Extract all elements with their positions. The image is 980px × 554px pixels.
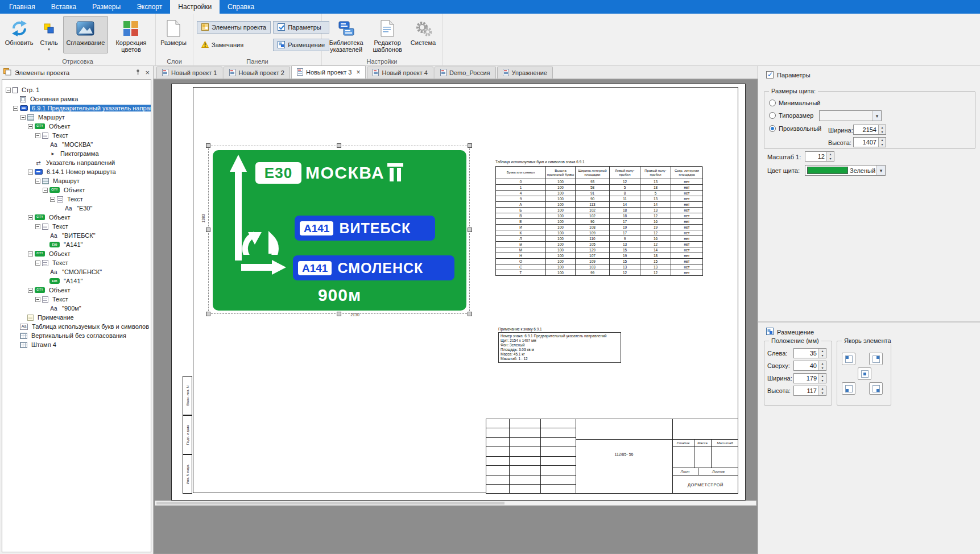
anchor-top-left-button[interactable] — [842, 353, 855, 365]
tree-expander[interactable] — [35, 224, 40, 229]
tree-expander[interactable] — [35, 261, 40, 266]
selection-handle[interactable] — [206, 143, 210, 148]
selection-handle[interactable] — [468, 143, 472, 148]
tree-item[interactable]: Текст — [2, 195, 151, 204]
title-block[interactable]: 112/85- 56 Стадия Масса Масштаб Лист Лис… — [486, 419, 738, 494]
tree-item[interactable]: ►Пиктограмма — [2, 149, 151, 158]
tree-expander[interactable] — [28, 169, 33, 175]
tree-expander[interactable] — [35, 179, 40, 184]
chevron-down-icon[interactable]: ▾ — [873, 111, 881, 121]
tree-item[interactable]: Аа"СМОЛЕНСК" — [2, 267, 151, 276]
spin-up-icon[interactable]: ▴ — [819, 386, 826, 391]
spin-down-icon[interactable]: ▾ — [819, 378, 826, 383]
spin-up-icon[interactable]: ▴ — [827, 152, 834, 156]
parameters-toggle[interactable]: Параметры — [273, 21, 329, 34]
spin-up-icon[interactable]: ▴ — [819, 349, 826, 353]
menu-item-Справка[interactable]: Справка — [220, 0, 262, 14]
road-sign[interactable]: E30 МОСКВА А141 ВИТЕБСК — [213, 150, 466, 311]
shield-width-spin[interactable]: 2154 ▴▾ — [853, 125, 886, 135]
tree-expander[interactable] — [35, 133, 40, 138]
color-correction-button[interactable]: Коррекция цветов — [110, 16, 152, 53]
shield-color-combo[interactable]: Зеленый ▾ — [805, 165, 886, 176]
tree-item[interactable]: CITYОбъект — [2, 213, 151, 222]
tree-item[interactable]: 6.9.1 Предварительный указатель направле — [2, 104, 151, 113]
close-icon[interactable]: × — [145, 69, 150, 76]
selection-handle[interactable] — [337, 143, 341, 148]
menu-item-Настройки[interactable]: Настройки — [170, 0, 220, 14]
char-table[interactable]: Буква или символВысота прописной буквыШи… — [495, 166, 702, 276]
placement-toggle[interactable]: Размещение — [273, 39, 329, 51]
tree-expander[interactable] — [35, 297, 40, 302]
tree-item[interactable]: CITYОбъект — [2, 249, 151, 258]
tree-expander[interactable] — [50, 197, 55, 202]
tree-item[interactable]: Маршрут — [2, 176, 151, 185]
tree-expander[interactable] — [28, 215, 33, 220]
sizes-button[interactable]: Размеры — [159, 16, 188, 53]
doc-tab[interactable]: Новый проект 3× — [291, 65, 366, 78]
tree-item[interactable]: Аа"ВИТЕБСК" — [2, 231, 151, 240]
spin-down-icon[interactable]: ▾ — [819, 391, 826, 395]
tree-item[interactable]: CITYОбъект — [2, 122, 151, 131]
position-field-spin[interactable]: 35▴▾ — [793, 348, 826, 358]
position-field-spin[interactable]: 117▴▾ — [793, 386, 826, 396]
tree-item[interactable]: ⇄Указатель направлений — [2, 158, 151, 167]
tree-item[interactable]: Текст — [2, 131, 151, 140]
tree-item[interactable]: Текст — [2, 295, 151, 304]
pointer-library-button[interactable]: Библиотека указателей — [325, 16, 367, 53]
tree-expander[interactable] — [28, 124, 33, 129]
tree-item[interactable]: Е95"А141" — [2, 240, 151, 249]
spin-up-icon[interactable]: ▴ — [879, 125, 886, 130]
project-elements-toggle[interactable]: Элементы проекта — [197, 21, 271, 34]
horizontal-scrollbar[interactable] — [155, 501, 756, 506]
template-editor-button[interactable]: Редактор шаблонов — [369, 16, 406, 53]
anchor-center-button[interactable] — [858, 367, 871, 380]
pin-icon[interactable] — [135, 69, 141, 76]
smoothing-toggle[interactable]: Сглаживание — [63, 16, 108, 53]
tree-item[interactable]: CITYОбъект — [2, 286, 151, 295]
tree-item[interactable]: Основная рамка — [2, 94, 151, 104]
tree-expander[interactable] — [28, 288, 33, 293]
selection-handle[interactable] — [468, 312, 472, 316]
tree-item[interactable]: АаТаблица используемых букв и символов з… — [2, 322, 151, 331]
chevron-down-icon[interactable]: ▾ — [876, 166, 885, 175]
tree-item[interactable]: Е95"А141" — [2, 276, 151, 286]
anchor-bottom-left-button[interactable] — [842, 382, 855, 395]
selection-handle[interactable] — [468, 228, 472, 232]
doc-tab[interactable]: Новый проект 1 — [156, 67, 222, 78]
position-field-spin[interactable]: 179▴▾ — [793, 373, 826, 383]
tree-expander[interactable] — [13, 106, 18, 111]
tree-item[interactable]: 6.14.1 Номер маршрута — [2, 167, 151, 176]
spin-up-icon[interactable]: ▴ — [819, 361, 826, 366]
spin-down-icon[interactable]: ▾ — [819, 366, 826, 370]
spin-up-icon[interactable]: ▴ — [879, 138, 886, 142]
spin-down-icon[interactable]: ▾ — [819, 353, 826, 358]
spin-down-icon[interactable]: ▾ — [827, 156, 834, 161]
spin-up-icon[interactable]: ▴ — [819, 374, 826, 378]
remarks-toggle[interactable]: Замечания — [197, 39, 271, 51]
refresh-button[interactable]: Обновить — [3, 16, 35, 53]
menu-item-Экспорт[interactable]: Экспорт — [129, 0, 170, 14]
doc-tab[interactable]: Упражнение — [497, 67, 553, 78]
scrollbar-thumb[interactable] — [156, 502, 505, 505]
tree-expander[interactable] — [20, 115, 26, 120]
tree-item[interactable]: Штамп 4 — [2, 340, 151, 349]
tree-item[interactable]: Текст — [2, 258, 151, 267]
menu-item-Вставка[interactable]: Вставка — [43, 0, 85, 14]
position-field-spin[interactable]: 40▴▾ — [793, 361, 826, 371]
spin-down-icon[interactable]: ▾ — [879, 142, 886, 147]
close-icon[interactable]: × — [356, 68, 360, 76]
tree-expander[interactable] — [43, 188, 48, 193]
anchor-top-right-button[interactable] — [869, 353, 883, 365]
selection-handle[interactable] — [206, 228, 210, 232]
params-checkbox[interactable] — [766, 71, 774, 78]
scale-spin[interactable]: 12 ▴▾ — [805, 151, 834, 162]
menu-item-Главная[interactable]: Главная — [1, 0, 43, 14]
tree-item[interactable]: CITYОбъект — [2, 185, 151, 195]
tree-item[interactable]: Вертикальный без согласования — [2, 331, 151, 340]
anchor-bottom-right-button[interactable] — [869, 382, 883, 395]
tree-item[interactable]: Маршрут — [2, 113, 151, 122]
system-button[interactable]: Система — [408, 16, 439, 53]
tree-expander[interactable] — [6, 88, 11, 93]
doc-tab[interactable]: Новый проект 4 — [367, 67, 433, 78]
spin-down-icon[interactable]: ▾ — [879, 130, 886, 134]
